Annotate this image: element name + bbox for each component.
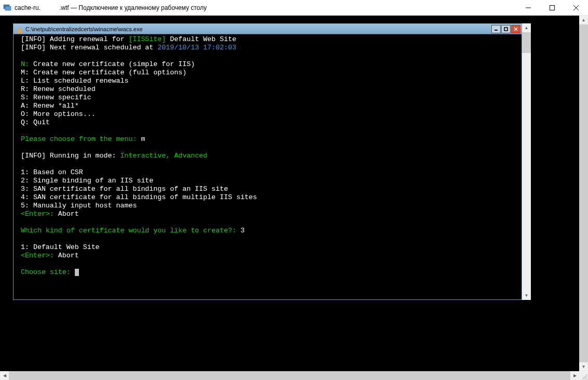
scroll-thumb[interactable] <box>579 24 588 362</box>
console-close-button[interactable] <box>511 25 520 33</box>
svg-rect-1 <box>5 6 11 10</box>
scroll-thumb[interactable] <box>522 32 531 53</box>
cursor <box>75 269 79 276</box>
rdp-title: cache-ru..wtf — Подключение к удаленному… <box>15 4 516 11</box>
console-minimize-button[interactable] <box>491 25 501 33</box>
host-vertical-scrollbar[interactable]: ▲ ▼ <box>579 16 588 371</box>
rdp-content-area: C:\inetpub\centralizedcerts\winacme\wacs… <box>0 16 588 380</box>
rdp-titlebar[interactable]: cache-ru..wtf — Подключение к удаленному… <box>0 0 588 16</box>
console-output[interactable]: [INFO] Adding renewal for [IISSite] Defa… <box>14 34 522 299</box>
console-window-controls <box>491 25 520 33</box>
scroll-track[interactable] <box>9 371 570 380</box>
rdp-window: cache-ru..wtf — Подключение к удаленному… <box>0 0 588 380</box>
minimize-button[interactable] <box>516 0 540 16</box>
scroll-left-icon[interactable]: ◀ <box>0 371 9 380</box>
scroll-corner <box>579 371 588 380</box>
scroll-down-icon[interactable]: ▼ <box>522 291 531 300</box>
scroll-up-icon[interactable]: ▲ <box>522 23 531 32</box>
console-titlebar[interactable]: C:\inetpub\centralizedcerts\winacme\wacs… <box>14 24 522 34</box>
console-title: C:\inetpub\centralizedcerts\winacme\wacs… <box>25 26 491 32</box>
scroll-track[interactable] <box>522 53 531 291</box>
svg-rect-6 <box>18 30 22 33</box>
lock-icon <box>17 26 23 32</box>
svg-rect-3 <box>550 5 555 10</box>
rdp-icon <box>3 4 11 12</box>
svg-rect-8 <box>504 28 507 31</box>
maximize-button[interactable] <box>540 0 564 16</box>
console-maximize-button[interactable] <box>501 25 511 33</box>
console-window: C:\inetpub\centralizedcerts\winacme\wacs… <box>13 23 522 300</box>
scroll-track[interactable] <box>579 24 588 362</box>
rdp-window-controls <box>516 0 588 16</box>
svg-line-13 <box>586 378 587 379</box>
scroll-right-icon[interactable]: ▶ <box>570 371 579 380</box>
remote-vertical-scrollbar[interactable]: ▲ ▼ <box>522 23 531 300</box>
host-horizontal-scrollbar[interactable]: ◀ ▶ <box>0 371 579 380</box>
scroll-up-icon[interactable]: ▲ <box>579 16 588 24</box>
close-button[interactable] <box>564 0 588 16</box>
scroll-down-icon[interactable]: ▼ <box>579 362 588 371</box>
scroll-thumb[interactable] <box>9 371 570 380</box>
